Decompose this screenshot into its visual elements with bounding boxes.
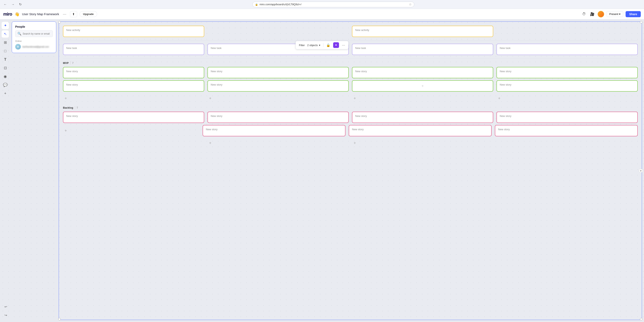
task-card-3-label: New task <box>355 46 366 49</box>
mvp-story-row-1: New story New story New story New story <box>63 67 638 78</box>
task-row: New task New task New task New task <box>63 40 638 58</box>
present-button[interactable]: Present ▾ <box>606 11 623 17</box>
activity-card-1-label: New activity <box>66 28 80 31</box>
sprint-backlog-label: Backlog <box>63 106 73 109</box>
lock-button[interactable]: 🔒 <box>325 42 332 48</box>
filter-arrow: ▾ <box>319 44 320 47</box>
url-text: miro.com/app/board/uXjVLT8Q9zI=/ <box>260 3 302 6</box>
sprint-backlog: Backlog 7 New story New story Ne <box>63 103 638 148</box>
bookmark-button[interactable]: ☆ <box>409 2 412 6</box>
mvp-add-3[interactable]: + <box>352 95 493 101</box>
sprint-mvp-label: MVP <box>63 61 68 64</box>
mvp-story-1-4[interactable]: New story <box>496 67 638 78</box>
backlog-story-1-3[interactable]: New story <box>352 112 493 123</box>
address-bar[interactable]: 🔒 miro.com/app/board/uXjVLT8Q9zI=/ ☆ <box>252 1 414 7</box>
video-button[interactable]: 🎥 <box>589 11 595 17</box>
backlog-add-3[interactable]: + <box>352 140 493 146</box>
sidebar-text-button[interactable]: T <box>2 56 9 63</box>
task-card-3[interactable]: New task <box>352 44 493 55</box>
timer-button[interactable]: ⏱ <box>582 11 587 17</box>
sidebar-comment-button[interactable]: 💬 <box>2 81 9 89</box>
mvp-story-1-2[interactable]: New story <box>208 67 349 78</box>
magic-button[interactable]: ✦ <box>333 42 339 48</box>
backlog-story-1-1[interactable]: New story <box>63 112 204 123</box>
backlog-add-2[interactable]: + <box>208 140 349 146</box>
mvp-add-col-1: + <box>63 94 204 103</box>
more-options-button[interactable]: ⋯ <box>62 11 68 17</box>
sidebar-sticky-button[interactable]: □ <box>2 47 9 55</box>
backlog-story-2-2[interactable]: New story <box>202 125 346 136</box>
sidebar-magic-button[interactable]: ✦ <box>2 22 9 29</box>
sidebar-add-button[interactable]: + <box>2 90 9 97</box>
sprint-divider <box>70 61 70 64</box>
mvp-story-2-4[interactable]: New story <box>496 80 638 92</box>
miro-logo: miro <box>3 11 12 17</box>
task-card-1[interactable]: New task <box>63 44 204 55</box>
upgrade-button[interactable]: Upgrade <box>80 11 97 17</box>
backlog-story-1-4[interactable]: New story <box>496 112 638 123</box>
backlog-add-1-col: + <box>63 125 199 136</box>
people-search-input[interactable] <box>23 32 50 35</box>
people-panel-title: People <box>15 25 53 28</box>
people-panel: People 🔍 Online B barthanderwal@gmail.co… <box>12 21 56 53</box>
task-card-2-label: New task <box>211 46 222 49</box>
sidebar-frame-button[interactable]: ⊡ <box>2 64 9 72</box>
mvp-story-1-3[interactable]: New story <box>352 67 493 78</box>
sprint-mvp-header: MVP 7 <box>63 61 638 64</box>
back-button[interactable]: ← <box>2 2 8 7</box>
backlog-story-rows: New story New story New story New story <box>63 112 638 136</box>
add-story-icon[interactable]: + <box>421 84 424 88</box>
filter-label: Filter <box>299 44 305 47</box>
backlog-story-row-1: New story New story New story New story <box>63 112 638 123</box>
mvp-add-2[interactable]: + <box>208 95 349 101</box>
user-row: B barthanderwal@gmail.com <box>15 44 53 49</box>
corner-handle-bl[interactable] <box>58 318 61 321</box>
activity-card-3[interactable]: New activity <box>352 26 493 37</box>
sprint-backlog-header: Backlog 7 <box>63 106 638 109</box>
backlog-add-col-1 <box>63 138 204 148</box>
mvp-add-row: + + + + <box>63 94 638 103</box>
corner-handle-tl[interactable] <box>58 21 61 23</box>
corner-handle-br[interactable] <box>640 318 642 321</box>
user-email: barthanderwal@gmail.com <box>22 45 49 48</box>
backlog-story-1-2[interactable]: New story <box>208 112 349 123</box>
corner-handle-tr[interactable] <box>640 21 642 23</box>
mvp-story-2-2[interactable]: New story <box>208 80 349 92</box>
backlog-add-col-2: + <box>208 138 349 148</box>
mvp-story-row-2: New story New story + New story <box>63 80 638 92</box>
browser-bar: ← → ↻ 🔒 miro.com/app/board/uXjVLT8Q9zI=/… <box>0 0 644 9</box>
backlog-story-2-4[interactable]: New story <box>495 125 638 136</box>
backlog-add-col-3: + <box>352 138 493 148</box>
export-button[interactable]: ⬆ <box>70 11 77 17</box>
sidebar-cursor-button[interactable]: ↖ <box>2 30 9 38</box>
mvp-add-4[interactable]: + <box>496 95 638 101</box>
forward-button[interactable]: → <box>10 2 16 7</box>
share-button[interactable]: Share <box>626 11 641 17</box>
expand-handle[interactable]: ⊕ <box>639 169 643 173</box>
activity-card-1[interactable]: New activity <box>63 26 204 37</box>
mvp-story-rows: New story New story New story New story <box>63 67 638 92</box>
user-avatar-small: B <box>15 44 21 49</box>
filter-count: 2 objects <box>307 44 318 47</box>
sidebar-grid-button[interactable]: ⊞ <box>2 39 9 46</box>
floating-toolbar: Filter 2 objects ▾ 🔒 ✦ ⋯ <box>296 41 348 49</box>
sidebar-emoji-button[interactable]: ◉ <box>2 73 9 80</box>
mvp-add-1[interactable]: + <box>63 95 204 101</box>
toolbar-divider <box>323 43 324 47</box>
search-box[interactable]: 🔍 <box>15 30 53 37</box>
user-avatar[interactable] <box>598 11 604 17</box>
backlog-story-2-3[interactable]: New story <box>349 125 492 136</box>
mvp-story-2-1[interactable]: New story <box>63 80 204 92</box>
task-card-4-label: New task <box>500 46 510 49</box>
wave-icon: 👋 <box>14 12 20 16</box>
app-header: miro 👋 User Story Map Framework ⋯ ⬆ Upgr… <box>0 9 644 19</box>
task-card-4[interactable]: New task <box>496 44 638 55</box>
refresh-button[interactable]: ↻ <box>18 1 23 7</box>
board-container: New activity New activity New task N <box>59 21 642 320</box>
left-sidebar: ✦ ↖ ⊞ □ T ⊡ ◉ 💬 + <box>0 19 10 322</box>
filter-dropdown[interactable]: Filter 2 objects ▾ <box>298 43 322 47</box>
mvp-story-1-1[interactable]: New story <box>63 67 204 78</box>
header-right: ⏱ 🎥 Present ▾ Share <box>582 11 641 17</box>
backlog-add-1[interactable]: + <box>63 128 199 134</box>
toolbar-more-button[interactable]: ⋯ <box>340 42 346 48</box>
